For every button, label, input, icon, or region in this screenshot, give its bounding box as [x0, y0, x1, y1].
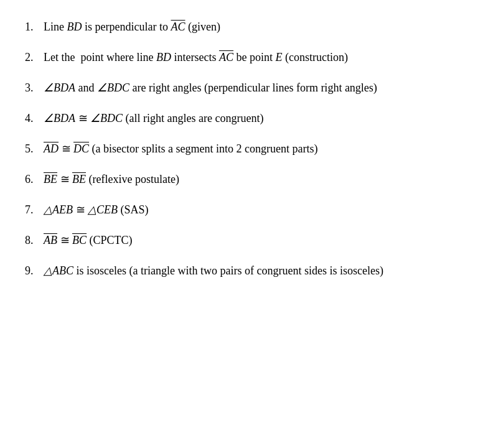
triangle-aeb: △AEB: [44, 203, 73, 216]
proof-number-1: 1.: [25, 19, 44, 35]
proof-content-7: △AEB ≅ △CEB (SAS): [44, 202, 473, 218]
var-bd-1: BD: [67, 21, 82, 33]
segment-ad: AD: [44, 142, 59, 155]
proof-item-1: 1. Line BD is perpendicular to AC (given…: [25, 19, 473, 35]
segment-ac-1: AC: [171, 21, 185, 33]
var-bd-2: BD: [156, 51, 171, 63]
proof-content-8: AB ≅ BC (CPCTC): [44, 232, 473, 249]
proof-number-8: 8.: [25, 232, 44, 249]
proof-number-7: 7.: [25, 202, 44, 218]
triangle-ceb: △CEB: [88, 203, 118, 216]
segment-dc: DC: [73, 142, 89, 155]
segment-bc: BC: [72, 234, 87, 246]
angle-bdc: ∠BDC: [97, 82, 129, 94]
proof-content-5: AD ≅ DC (a bisector splits a segment int…: [44, 141, 473, 157]
proof-content-6: BE ≅ BE (reflexive postulate): [44, 171, 473, 188]
proof-item-2: 2. Let the point where line BD intersect…: [25, 49, 473, 66]
proof-number-3: 3.: [25, 80, 44, 96]
proof-number-6: 6.: [25, 171, 44, 188]
angle-bda-2: ∠BDA: [44, 112, 75, 124]
proof-content-9: △ABC is isosceles (a triangle with two p…: [44, 263, 473, 279]
angle-bdc-2: ∠BDC: [90, 112, 123, 124]
segment-be-2: BE: [72, 173, 86, 185]
segment-ac-2: AC: [219, 51, 233, 63]
triangle-abc: △ABC: [44, 264, 73, 277]
proof-content-2: Let the point where line BD intersects A…: [44, 49, 473, 66]
segment-ab: AB: [44, 234, 57, 246]
proof-item-7: 7. △AEB ≅ △CEB (SAS): [25, 202, 473, 218]
proof-item-3: 3. ∠BDA and ∠BDC are right angles (perpe…: [25, 80, 473, 96]
proof-number-9: 9.: [25, 263, 44, 279]
proof-item-6: 6. BE ≅ BE (reflexive postulate): [25, 171, 473, 188]
proof-number-4: 4.: [25, 110, 44, 127]
proof-item-9: 9. △ABC is isosceles (a triangle with tw…: [25, 263, 473, 279]
proof-content-1: Line BD is perpendicular to AC (given): [44, 19, 473, 35]
angle-bda: ∠BDA: [44, 82, 75, 94]
proof-item-4: 4. ∠BDA ≅ ∠BDC (all right angles are con…: [25, 110, 473, 127]
proof-item-5: 5. AD ≅ DC (a bisector splits a segment …: [25, 141, 473, 157]
proof-content-4: ∠BDA ≅ ∠BDC (all right angles are congru…: [44, 110, 473, 127]
segment-be-1: BE: [44, 173, 57, 185]
var-e: E: [275, 51, 282, 63]
proof-item-8: 8. AB ≅ BC (CPCTC): [25, 232, 473, 249]
proof-container: 1. Line BD is perpendicular to AC (given…: [25, 19, 473, 279]
proof-number-5: 5.: [25, 141, 44, 157]
proof-content-3: ∠BDA and ∠BDC are right angles (perpendi…: [44, 80, 473, 96]
proof-number-2: 2.: [25, 49, 44, 66]
